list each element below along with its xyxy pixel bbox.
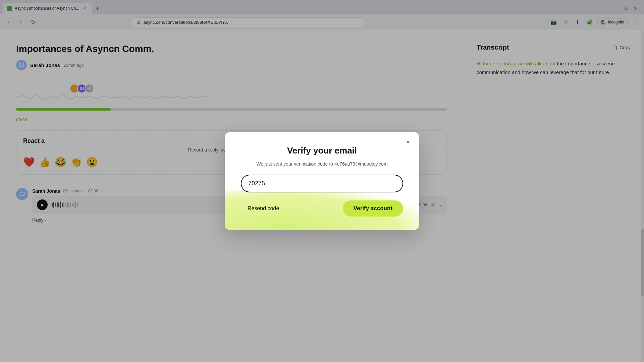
modal-overlay: × Verify your email We just sent your ve… <box>0 0 644 362</box>
verify-email-modal: × Verify your email We just sent your ve… <box>225 132 419 230</box>
modal-actions: Resend code Verify account <box>241 200 403 217</box>
modal-close-button[interactable]: × <box>403 137 413 147</box>
modal-title: Verify your email <box>241 145 403 156</box>
verification-code-input[interactable] <box>241 175 403 192</box>
resend-code-button[interactable]: Resend code <box>241 201 286 216</box>
verify-account-button[interactable]: Verify account <box>343 200 403 217</box>
modal-description: We just sent your verification code to 4… <box>241 161 403 167</box>
